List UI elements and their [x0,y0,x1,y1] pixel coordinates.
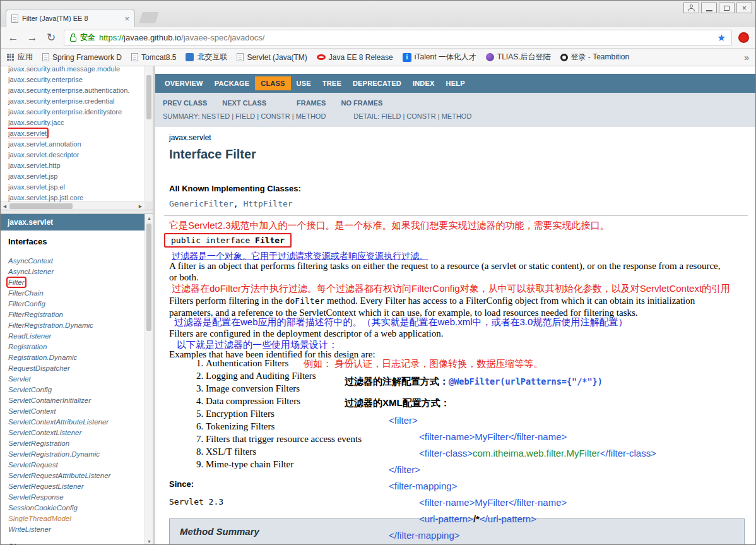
interface-link[interactable]: ServletContextListener [8,429,81,436]
next-class-link[interactable]: NEXT CLASS [222,99,266,107]
package-link[interactable]: javax.servlet.jsp.el [8,183,65,191]
interface-link[interactable]: RequestDispatcher [8,364,70,372]
interface-link[interactable]: AsyncContext [8,257,53,265]
bookmark-item[interactable]: iTalent 一体化人才 [403,52,476,63]
package-link[interactable]: javax.servlet.descriptor [8,151,80,159]
vertical-scroll-thumb[interactable] [146,224,151,331]
topnav-item-help[interactable]: HELP [440,76,471,90]
topnav: OVERVIEWPACKAGECLASSUSETREEDEPRECATEDIND… [155,74,755,93]
refresh-button[interactable]: ↻ [45,31,57,44]
package-link[interactable]: javax.security.enterprise.identitystore [8,108,122,116]
summary-links[interactable]: SUMMARY: NESTED | FIELD | CONSTR | METHO… [163,112,326,120]
detail-links[interactable]: DETAIL: FIELD | CONSTR | METHOD [353,112,471,120]
interface-link[interactable]: Filter [8,278,25,286]
scroll-down-icon[interactable]: ▼ [145,537,153,545]
scroll-right-icon[interactable]: ▶ [136,202,145,210]
interface-link[interactable]: FilterRegistration [8,311,63,318]
bookmark-item[interactable]: 北交互联 [186,52,227,63]
package-link[interactable]: javax.security.enterprise.credential [8,97,115,105]
declaration-box: public interface Filter [164,233,292,248]
package-link[interactable]: javax.servlet.annotation [8,140,81,148]
topnav-item-class[interactable]: CLASS [255,76,290,90]
interface-link[interactable]: Registration.Dynamic [8,354,77,361]
bookmark-item[interactable]: Tomcat8.5 [131,53,176,62]
maximize-button[interactable] [719,3,735,13]
xml-line: <filter-class>com.itheima.web.filter.MyF… [419,445,656,462]
class-vertical-scrollbar[interactable]: ▲ ▼ [145,214,153,545]
no-frames-link[interactable]: NO FRAMES [341,99,382,107]
bookmark-item[interactable]: Spring Framework D [42,53,122,62]
topnav-item-overview[interactable]: OVERVIEW [159,76,209,90]
interface-link[interactable]: ServletRequestListener [8,482,84,490]
interface-link[interactable]: Servlet [8,375,31,383]
package-frame: javax.security.auth.message.modulejavax.… [1,66,153,210]
subnav-row-summary: SUMMARY: NESTED | FIELD | CONSTR | METHO… [163,109,748,123]
package-link[interactable]: javax.security.enterprise [8,76,83,83]
tab-close-icon[interactable]: × [124,14,129,23]
bookmark-item[interactable]: 登录 - Teambition [560,52,630,63]
interface-link[interactable]: ServletRequestAttributeListener [8,472,110,479]
interface-link[interactable]: FilterRegistration.Dynamic [8,321,93,329]
topnav-item-tree[interactable]: TREE [317,76,347,90]
window-controls: × [683,3,752,13]
new-tab-button[interactable] [139,12,159,23]
package-horizontal-scrollbar[interactable]: ◀ ▶ [1,201,145,210]
browser-tab[interactable]: Filter (Java(TM) EE 8 × [6,9,135,27]
topnav-item-package[interactable]: PACKAGE [209,76,256,90]
package-link[interactable]: javax.servlet.jsp [8,172,57,180]
topnav-item-use[interactable]: USE [291,76,317,90]
xml-annotation-block: <filter><filter-name>MyFilter</filter-na… [389,412,656,544]
bookmark-item[interactable]: Java EE 8 Release [317,53,393,62]
implementing-links[interactable]: GenericFilter, HttpFilter [169,199,293,208]
red-annotation-1: 它是Servlet2.3规范中加入的一个接口。是一个标准。如果我们想要实现过滤器… [169,220,610,232]
back-button[interactable]: ← [7,32,20,44]
scroll-up-icon[interactable]: ▲ [145,214,153,222]
address-bar[interactable]: 安全 https://javaee.github.io/javaee-spec/… [64,30,732,46]
interface-link[interactable]: ServletResponse [8,493,64,501]
close-window-button[interactable]: × [736,3,752,13]
package-link[interactable]: javax.servlet.jsp.jstl.core [8,194,83,201]
bookmark-star-icon[interactable]: ★ [718,32,726,44]
interface-link[interactable]: AsyncListener [8,268,54,275]
frame-divider[interactable] [1,210,153,214]
forward-button[interactable]: → [26,32,38,44]
adblock-extension-icon[interactable] [738,32,749,43]
bookmark-item[interactable]: Servlet (Java(TM) [237,53,307,62]
xml-line: <filter> [389,412,656,429]
horizontal-scroll-thumb[interactable] [9,203,73,209]
scroll-left-icon[interactable]: ◀ [1,202,9,210]
package-link[interactable]: javax.servlet.http [8,162,61,169]
interface-link[interactable]: WriteListener [8,525,51,533]
xml-line: <filter-mapping> [389,478,656,494]
interface-link[interactable]: FilterChain [8,289,44,297]
package-link[interactable]: javax.security.auth.message.module [8,66,120,73]
topnav-item-index[interactable]: INDEX [407,76,440,90]
interface-link[interactable]: ServletRegistration [8,440,69,447]
package-link[interactable]: javax.security.enterprise.authentication… [8,87,129,94]
user-profile-button[interactable] [683,3,699,13]
url-text[interactable]: https://javaee.github.io/javaee-spec/jav… [99,33,714,42]
bookmarks-overflow-button[interactable]: » [744,52,749,63]
interface-link[interactable]: ServletRequest [8,461,58,469]
prev-class-link[interactable]: PREV CLASS [163,99,207,107]
interface-link[interactable]: ServletContextAttributeListener [8,418,109,426]
topnav-item-deprecated[interactable]: DEPRECATED [347,76,407,90]
interface-link[interactable]: ServletContext [8,407,56,415]
minimize-button[interactable] [701,3,717,13]
interface-link[interactable]: Registration [8,343,47,350]
bookmark-item[interactable]: TLIAS.后台登陆 [486,52,551,63]
interface-link[interactable]: SingleThreadModel [8,515,71,522]
package-link[interactable]: javax.servlet [8,129,47,137]
interface-link[interactable]: ServletContainerInitializer [8,397,91,404]
interface-link[interactable]: ServletRegistration.Dynamic [8,450,100,458]
interface-link[interactable]: FilterConfig [8,300,45,308]
package-vertical-scrollbar[interactable] [145,66,153,201]
use-case-item: XSL/T filters [206,445,362,458]
red-annotation-3: 例如： 身份认证，日志记录，图像转换，数据压缩等等。 [304,358,543,370]
package-link[interactable]: javax.security.jacc [8,119,64,126]
interface-link[interactable]: ServletConfig [8,386,52,393]
interface-link[interactable]: SessionCookieConfig [8,504,78,512]
apps-button[interactable]: 应用 [7,52,33,63]
interface-link[interactable]: ReadListener [8,332,51,340]
frames-link[interactable]: FRAMES [297,99,326,107]
